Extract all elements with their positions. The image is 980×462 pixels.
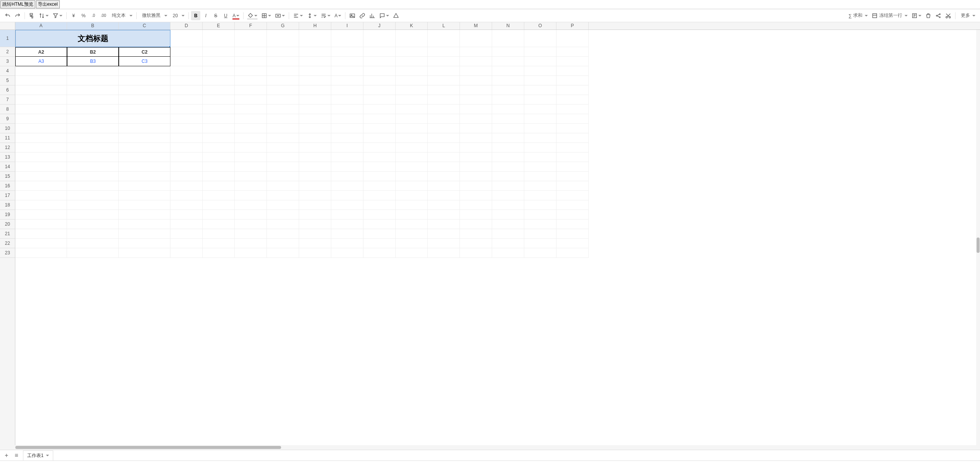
cell[interactable] bbox=[203, 66, 235, 76]
cell[interactable] bbox=[235, 239, 267, 248]
cell[interactable] bbox=[363, 66, 396, 76]
cell[interactable] bbox=[235, 172, 267, 181]
cell[interactable] bbox=[15, 124, 67, 133]
cell[interactable] bbox=[331, 191, 363, 200]
cell[interactable] bbox=[492, 200, 524, 210]
cell[interactable] bbox=[556, 57, 589, 66]
cell[interactable] bbox=[67, 172, 119, 181]
cell[interactable] bbox=[524, 57, 556, 66]
freeze-panes-button[interactable]: 冻结第一行 bbox=[870, 11, 909, 20]
font-color-button[interactable]: A bbox=[231, 11, 241, 20]
cell[interactable] bbox=[170, 95, 203, 105]
cell[interactable] bbox=[363, 152, 396, 162]
cell[interactable] bbox=[170, 172, 203, 181]
cell[interactable] bbox=[203, 105, 235, 114]
cell[interactable] bbox=[67, 114, 119, 124]
export-excel-button[interactable]: 导出excel bbox=[36, 0, 60, 8]
filter-icon[interactable] bbox=[51, 11, 64, 20]
cell[interactable] bbox=[331, 181, 363, 191]
row-header-9[interactable]: 9 bbox=[0, 114, 15, 124]
cell[interactable] bbox=[556, 200, 589, 210]
cell[interactable] bbox=[203, 191, 235, 200]
cell[interactable] bbox=[299, 30, 331, 47]
cell[interactable] bbox=[203, 229, 235, 239]
cell[interactable] bbox=[363, 57, 396, 66]
col-header-M[interactable]: M bbox=[460, 22, 492, 29]
cell[interactable] bbox=[119, 248, 170, 258]
cell[interactable] bbox=[363, 239, 396, 248]
cell[interactable] bbox=[203, 76, 235, 85]
cell[interactable] bbox=[556, 248, 589, 258]
borders-button[interactable] bbox=[260, 11, 273, 20]
cell[interactable] bbox=[15, 239, 67, 248]
cell[interactable] bbox=[267, 76, 299, 85]
cell[interactable] bbox=[331, 162, 363, 172]
cell[interactable] bbox=[299, 152, 331, 162]
cell[interactable] bbox=[331, 143, 363, 152]
row-header-6[interactable]: 6 bbox=[0, 85, 15, 95]
cell[interactable] bbox=[396, 172, 428, 181]
cell[interactable] bbox=[203, 114, 235, 124]
cell[interactable] bbox=[331, 114, 363, 124]
cell[interactable] bbox=[556, 66, 589, 76]
cell-A2[interactable]: A2 bbox=[15, 47, 67, 57]
cell[interactable] bbox=[235, 47, 267, 57]
format-painter-icon[interactable] bbox=[27, 11, 36, 20]
cell[interactable] bbox=[556, 114, 589, 124]
cell[interactable] bbox=[267, 181, 299, 191]
cell[interactable] bbox=[299, 105, 331, 114]
cell-C3[interactable]: C3 bbox=[119, 57, 170, 66]
cell[interactable] bbox=[170, 105, 203, 114]
cell[interactable] bbox=[396, 200, 428, 210]
cell[interactable] bbox=[15, 105, 67, 114]
cell[interactable] bbox=[67, 220, 119, 229]
cell[interactable] bbox=[331, 248, 363, 258]
cell[interactable] bbox=[203, 210, 235, 220]
cell[interactable] bbox=[119, 200, 170, 210]
col-header-F[interactable]: F bbox=[235, 22, 267, 29]
cell[interactable] bbox=[203, 133, 235, 143]
cell[interactable] bbox=[556, 85, 589, 95]
cell[interactable] bbox=[235, 114, 267, 124]
cell[interactable] bbox=[267, 124, 299, 133]
cell[interactable] bbox=[492, 114, 524, 124]
cell[interactable] bbox=[428, 124, 460, 133]
decrease-decimal-icon[interactable]: .0 bbox=[89, 11, 98, 20]
row-header-23[interactable]: 23 bbox=[0, 248, 15, 258]
cell[interactable] bbox=[396, 181, 428, 191]
cell[interactable] bbox=[492, 133, 524, 143]
cell[interactable] bbox=[524, 76, 556, 85]
cell[interactable] bbox=[428, 181, 460, 191]
cell[interactable] bbox=[170, 152, 203, 162]
cell[interactable] bbox=[363, 105, 396, 114]
cell[interactable] bbox=[331, 133, 363, 143]
cell[interactable] bbox=[15, 220, 67, 229]
cell[interactable] bbox=[170, 30, 203, 47]
cell[interactable] bbox=[331, 95, 363, 105]
cell[interactable] bbox=[428, 239, 460, 248]
col-header-H[interactable]: H bbox=[299, 22, 331, 29]
cell[interactable] bbox=[119, 105, 170, 114]
cell[interactable] bbox=[428, 210, 460, 220]
cell[interactable] bbox=[119, 210, 170, 220]
align-horizontal-button[interactable] bbox=[291, 11, 304, 20]
text-rotation-button[interactable]: A bbox=[333, 11, 343, 20]
cell[interactable] bbox=[363, 181, 396, 191]
cell[interactable] bbox=[492, 172, 524, 181]
cell[interactable] bbox=[203, 47, 235, 57]
cell[interactable] bbox=[492, 162, 524, 172]
cell[interactable] bbox=[299, 114, 331, 124]
number-format-select[interactable]: 纯文本 bbox=[109, 12, 134, 19]
col-header-E[interactable]: E bbox=[203, 22, 235, 29]
cell[interactable] bbox=[170, 114, 203, 124]
cell[interactable] bbox=[170, 248, 203, 258]
cell[interactable] bbox=[396, 210, 428, 220]
cell[interactable] bbox=[67, 143, 119, 152]
cell[interactable] bbox=[363, 30, 396, 47]
cell[interactable] bbox=[363, 248, 396, 258]
cell-B3[interactable]: B3 bbox=[67, 57, 119, 66]
col-header-I[interactable]: I bbox=[331, 22, 363, 29]
cell[interactable] bbox=[235, 95, 267, 105]
col-header-N[interactable]: N bbox=[492, 22, 524, 29]
row-header-14[interactable]: 14 bbox=[0, 162, 15, 172]
